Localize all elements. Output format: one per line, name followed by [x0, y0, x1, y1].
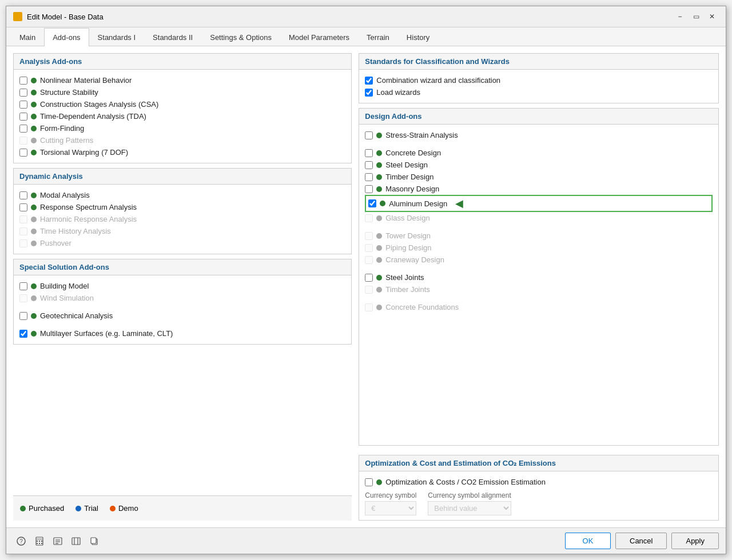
- tda-checkbox[interactable]: [19, 113, 27, 121]
- tab-standards2[interactable]: Standards II: [144, 28, 201, 46]
- csa-checkbox[interactable]: [19, 101, 27, 109]
- currency-alignment-select[interactable]: Behind value Before value: [428, 501, 511, 515]
- dot-gray-icon: [376, 257, 382, 263]
- maximize-button[interactable]: ▭: [689, 11, 703, 22]
- nonlinear-material-label: Nonlinear Material Behavior: [40, 76, 132, 85]
- tab-terrain[interactable]: Terrain: [358, 28, 398, 46]
- tab-standards1[interactable]: Standards I: [89, 28, 145, 46]
- tower-design-checkbox[interactable]: [365, 232, 373, 240]
- optimization-body: Optimization & Costs / CO2 Emission Esti…: [359, 471, 718, 520]
- settings-icon: [71, 537, 81, 546]
- settings-button[interactable]: [68, 533, 84, 549]
- wind-simulation-checkbox[interactable]: [19, 294, 27, 302]
- dynamic-analysis-section: Dynamic Analysis Modal Analysis Response…: [13, 168, 352, 254]
- craneway-design-checkbox[interactable]: [365, 256, 373, 264]
- design-addons-section: Design Add-ons Stress-Strain Analysis Co…: [359, 108, 719, 446]
- tab-model-params[interactable]: Model Parameters: [280, 28, 358, 46]
- analysis-addons-section: Analysis Add-ons Nonlinear Material Beha…: [13, 53, 352, 163]
- cancel-button[interactable]: Cancel: [615, 533, 667, 549]
- help-button[interactable]: ?: [13, 533, 29, 549]
- dot-green-icon: [376, 162, 382, 168]
- masonry-design-checkbox[interactable]: [365, 185, 373, 193]
- footer-icons: ?: [13, 533, 102, 549]
- tab-settings[interactable]: Settings & Options: [201, 28, 280, 46]
- list-item: Steel Joints: [365, 271, 713, 283]
- torsional-warping-label: Torsional Warping (7 DOF): [40, 148, 128, 157]
- load-wizards-checkbox[interactable]: [365, 89, 373, 97]
- close-button[interactable]: ✕: [705, 11, 719, 22]
- steel-joints-checkbox[interactable]: [365, 274, 373, 282]
- calculator-button[interactable]: [31, 533, 47, 549]
- dot-gray-icon: [31, 295, 37, 301]
- concrete-design-checkbox[interactable]: [365, 149, 373, 157]
- purchased-label: Purchased: [29, 504, 64, 513]
- form-finding-checkbox[interactable]: [19, 125, 27, 133]
- dot-green-icon: [376, 174, 382, 180]
- timber-design-checkbox[interactable]: [365, 173, 373, 181]
- aluminum-design-checkbox[interactable]: [368, 199, 376, 207]
- tda-label: Time-Dependent Analysis (TDA): [40, 112, 146, 121]
- arrow-icon: ◀: [455, 197, 463, 210]
- list-item: Piping Design: [365, 242, 713, 254]
- masonry-design-label: Masonry Design: [385, 185, 439, 193]
- piping-design-checkbox[interactable]: [365, 244, 373, 252]
- ok-button[interactable]: OK: [565, 533, 611, 549]
- glass-design-checkbox[interactable]: [365, 214, 373, 222]
- list-item: Modal Analysis: [19, 189, 345, 201]
- cutting-patterns-checkbox[interactable]: [19, 137, 27, 145]
- tab-history[interactable]: History: [398, 28, 438, 46]
- help-icon: ?: [17, 537, 26, 546]
- timber-joints-checkbox[interactable]: [365, 286, 373, 294]
- copy-button[interactable]: [86, 533, 102, 549]
- dot-green-icon: [31, 126, 37, 131]
- nonlinear-material-checkbox[interactable]: [19, 77, 27, 85]
- currency-symbol-select[interactable]: € $ £: [365, 501, 416, 515]
- torsional-warping-checkbox[interactable]: [19, 149, 27, 157]
- info-icon: [53, 537, 62, 546]
- building-model-checkbox[interactable]: [19, 282, 27, 290]
- harmonic-response-checkbox[interactable]: [19, 215, 27, 223]
- modal-analysis-checkbox[interactable]: [19, 191, 27, 199]
- tab-main[interactable]: Main: [11, 28, 44, 46]
- dot-gray-icon: [376, 245, 382, 251]
- list-item: Construction Stages Analysis (CSA): [19, 98, 345, 110]
- steel-design-checkbox[interactable]: [365, 161, 373, 169]
- combination-wizard-checkbox[interactable]: [365, 77, 373, 85]
- dot-green-icon: [376, 133, 382, 138]
- aluminum-design-row: Aluminum Design ◀: [365, 195, 713, 212]
- pushover-checkbox[interactable]: [19, 239, 27, 247]
- structure-stability-label: Structure Stability: [40, 88, 98, 97]
- currency-symbol-label: Currency symbol: [365, 491, 416, 499]
- list-item: Load wizards: [365, 86, 713, 98]
- glass-design-label: Glass Design: [385, 214, 429, 222]
- piping-design-label: Piping Design: [385, 243, 431, 252]
- list-item: Combination wizard and classification: [365, 74, 713, 86]
- multilayer-checkbox[interactable]: [19, 330, 27, 338]
- info-button[interactable]: [50, 533, 66, 549]
- list-item: Cutting Patterns: [19, 134, 345, 146]
- currency-row: Currency symbol € $ £ Currency symbol al…: [365, 491, 713, 515]
- tab-addons[interactable]: Add-ons: [44, 28, 89, 46]
- minimize-button[interactable]: −: [673, 11, 687, 22]
- app-icon: [13, 12, 22, 21]
- svg-rect-14: [72, 538, 80, 545]
- svg-rect-7: [37, 543, 38, 544]
- list-item: Timber Design: [365, 171, 713, 183]
- dynamic-analysis-header: Dynamic Analysis: [14, 169, 351, 185]
- apply-button[interactable]: Apply: [671, 533, 719, 549]
- demo-icon: [110, 506, 116, 511]
- svg-rect-3: [37, 538, 42, 540]
- standards-body: Combination wizard and classification Lo…: [359, 70, 718, 103]
- stress-strain-checkbox[interactable]: [365, 131, 373, 139]
- geotechnical-label: Geotechnical Analysis: [40, 311, 113, 320]
- geotechnical-checkbox[interactable]: [19, 312, 27, 320]
- list-item: Building Model: [19, 280, 345, 292]
- craneway-design-label: Craneway Design: [385, 255, 444, 264]
- response-spectrum-checkbox[interactable]: [19, 203, 27, 211]
- legend-purchased: Purchased: [20, 504, 64, 513]
- concrete-foundations-checkbox[interactable]: [365, 303, 373, 311]
- response-spectrum-label: Response Spectrum Analysis: [40, 203, 137, 211]
- time-history-checkbox[interactable]: [19, 227, 27, 235]
- structure-stability-checkbox[interactable]: [19, 89, 27, 97]
- optimization-checkbox[interactable]: [365, 478, 373, 486]
